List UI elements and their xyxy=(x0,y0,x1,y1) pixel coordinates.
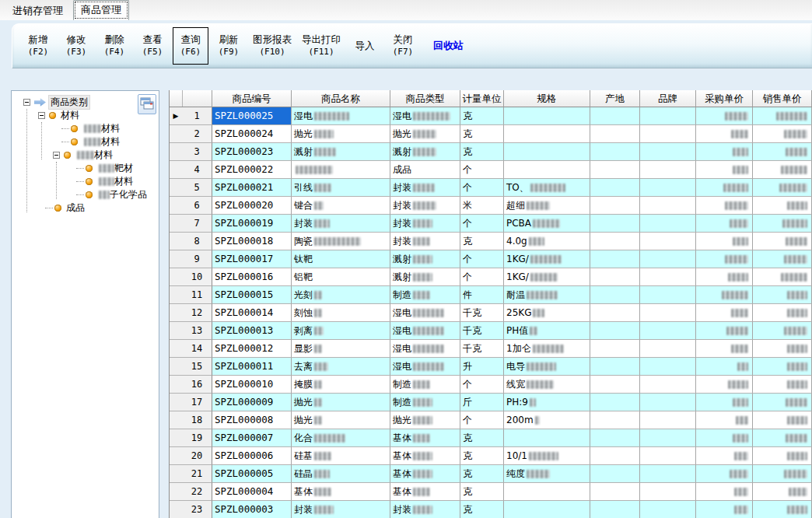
cell-sale-price[interactable] xyxy=(753,358,812,376)
toolbar-button-删除[interactable]: 删除(F4) xyxy=(96,27,132,65)
tree-node-商品类别[interactable]: 商品类别 xyxy=(12,96,159,109)
cell-spec[interactable]: 1加仑 xyxy=(504,340,590,358)
cell-product-name[interactable]: 溅射 xyxy=(292,143,390,161)
cell-sale-price[interactable] xyxy=(753,268,812,286)
cell-unit[interactable]: 件 xyxy=(460,286,504,304)
tree-node-材料[interactable]: 材料 xyxy=(12,122,159,135)
cell-spec[interactable] xyxy=(504,483,590,501)
tree-node-子化学品[interactable]: 子化学品 xyxy=(12,188,159,201)
cell-spec[interactable] xyxy=(504,429,590,447)
cell-product-type[interactable]: 封装 xyxy=(390,197,460,215)
cell-sale-price[interactable] xyxy=(753,215,812,233)
cell-brand[interactable] xyxy=(640,250,696,268)
cell-purchase-price[interactable] xyxy=(696,322,753,340)
cell-product-name[interactable]: 显影 xyxy=(292,340,390,358)
cell-product-code[interactable]: SPZL000024 xyxy=(212,125,292,143)
cell-purchase-price[interactable] xyxy=(696,447,753,465)
table-row[interactable]: 10SPZL000016铝靶溅射个1KG/ xyxy=(170,268,812,286)
row-header-cell[interactable]: 7 xyxy=(170,215,212,233)
cell-brand[interactable] xyxy=(640,429,696,447)
row-header-cell[interactable]: 23 xyxy=(170,501,212,518)
cell-product-code[interactable]: SPZL000019 xyxy=(212,215,292,233)
cell-sale-price[interactable] xyxy=(753,250,812,268)
cell-unit[interactable]: 千克 xyxy=(460,304,504,322)
cell-origin[interactable] xyxy=(590,125,640,143)
cell-brand[interactable] xyxy=(640,358,696,376)
column-header-规格[interactable]: 规格 xyxy=(504,90,590,107)
cell-product-code[interactable]: SPZL000021 xyxy=(212,179,292,197)
cell-purchase-price[interactable] xyxy=(696,429,753,447)
cell-product-name[interactable]: 引线 xyxy=(292,179,390,197)
toolbar-button-关闭[interactable]: 关闭(F7) xyxy=(385,27,421,65)
cell-origin[interactable] xyxy=(590,465,640,483)
tree-expander-minus[interactable] xyxy=(53,152,60,159)
cell-product-type[interactable]: 封装 xyxy=(390,501,460,518)
cell-product-code[interactable]: SPZL000005 xyxy=(212,465,292,483)
table-row[interactable]: 14SPZL000012显影湿电千克1加仑 xyxy=(170,340,812,358)
cell-purchase-price[interactable] xyxy=(696,483,753,501)
cell-product-code[interactable]: SPZL000008 xyxy=(212,411,292,429)
cell-sale-price[interactable] xyxy=(753,465,812,483)
cell-spec[interactable]: 1KG/ xyxy=(504,268,590,286)
cell-sale-price[interactable] xyxy=(753,233,812,250)
cell-product-type[interactable]: 基体 xyxy=(390,429,460,447)
cell-product-type[interactable]: 制造 xyxy=(390,286,460,304)
cell-unit[interactable]: 克 xyxy=(460,233,504,250)
cell-brand[interactable] xyxy=(640,179,696,197)
cell-brand[interactable] xyxy=(640,161,696,179)
table-row[interactable]: 12SPZL000014刻蚀湿电千克25KG xyxy=(170,304,812,322)
cell-product-name[interactable]: 硅晶 xyxy=(292,465,390,483)
cell-product-type[interactable]: 成品 xyxy=(390,161,460,179)
row-header-cell[interactable]: 2 xyxy=(170,125,212,143)
cell-product-type[interactable]: 溅射 xyxy=(390,268,460,286)
cell-sale-price[interactable] xyxy=(753,304,812,322)
cell-product-type[interactable]: 基体 xyxy=(390,483,460,501)
cell-brand[interactable] xyxy=(640,394,696,411)
row-header-cell[interactable]: 6 xyxy=(170,197,212,215)
column-header-采购单价[interactable]: 采购单价 xyxy=(696,90,753,107)
cell-product-code[interactable]: SPZL000022 xyxy=(212,161,292,179)
row-header-cell[interactable]: 16 xyxy=(170,376,212,394)
cell-spec[interactable]: 200m xyxy=(504,411,590,429)
cell-spec[interactable]: TO、 xyxy=(504,179,590,197)
row-header-cell[interactable]: 11 xyxy=(170,286,212,304)
cell-product-type[interactable]: 湿电 xyxy=(390,322,460,340)
table-row[interactable]: 13SPZL000013剥离湿电千克PH值 xyxy=(170,322,812,340)
cell-origin[interactable] xyxy=(590,143,640,161)
cell-origin[interactable] xyxy=(590,483,640,501)
cell-spec[interactable] xyxy=(504,107,590,125)
row-header-cell[interactable]: 13 xyxy=(170,322,212,340)
table-row[interactable]: 18SPZL000008抛光抛光个200m xyxy=(170,411,812,429)
cell-brand[interactable] xyxy=(640,107,696,125)
cell-origin[interactable] xyxy=(590,340,640,358)
cell-purchase-price[interactable] xyxy=(696,107,753,125)
cell-brand[interactable] xyxy=(640,215,696,233)
cell-unit[interactable]: 个 xyxy=(460,179,504,197)
cell-product-name[interactable]: 基体 xyxy=(292,483,390,501)
tree-node-靶材[interactable]: 靶材 xyxy=(12,162,159,175)
cell-product-code[interactable]: SPZL000004 xyxy=(212,483,292,501)
cell-brand[interactable] xyxy=(640,340,696,358)
cell-product-name[interactable]: 封装 xyxy=(292,501,390,518)
cell-purchase-price[interactable] xyxy=(696,286,753,304)
cell-origin[interactable] xyxy=(590,358,640,376)
tree-node-成品[interactable]: 成品 xyxy=(12,201,159,215)
cell-purchase-price[interactable] xyxy=(696,340,753,358)
tree-node-材料[interactable]: 材料 xyxy=(12,109,159,122)
cell-origin[interactable] xyxy=(590,447,640,465)
tab-进销存管理[interactable]: 进销存管理 xyxy=(5,2,70,20)
cell-purchase-price[interactable] xyxy=(696,215,753,233)
cell-sale-price[interactable] xyxy=(753,143,812,161)
cell-purchase-price[interactable] xyxy=(696,465,753,483)
cell-product-type[interactable]: 抛光 xyxy=(390,125,460,143)
cell-product-type[interactable]: 封装 xyxy=(390,215,460,233)
cell-product-name[interactable]: 封装 xyxy=(292,215,390,233)
cell-spec[interactable]: 25KG xyxy=(504,304,590,322)
table-row[interactable]: 8SPZL000018陶瓷封装克4.0g xyxy=(170,233,812,250)
cell-unit[interactable]: 克 xyxy=(460,447,504,465)
table-row[interactable]: 16SPZL000010掩膜制造个线宽 xyxy=(170,376,812,394)
cell-unit[interactable]: 克 xyxy=(460,143,504,161)
cell-product-type[interactable]: 溅射 xyxy=(390,143,460,161)
row-header-cell[interactable]: 8 xyxy=(170,233,212,250)
row-header-cell[interactable]: 15 xyxy=(170,358,212,376)
